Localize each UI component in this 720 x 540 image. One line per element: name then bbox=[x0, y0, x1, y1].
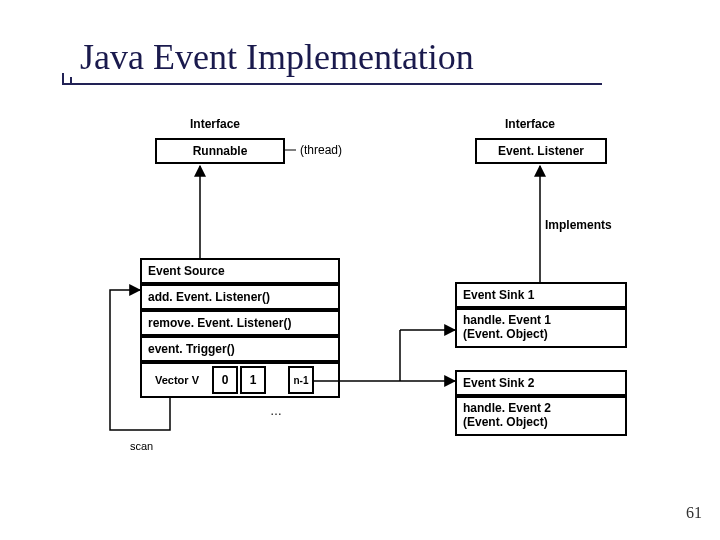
page-number: 61 bbox=[686, 504, 702, 522]
title-tick bbox=[62, 73, 64, 85]
event-listener-box: Event. Listener bbox=[475, 138, 607, 164]
add-event-listener-row: add. Event. Listener() bbox=[140, 284, 340, 310]
slide-title: Java Event Implementation bbox=[80, 36, 474, 82]
scan-label: scan bbox=[130, 440, 153, 452]
thread-label: (thread) bbox=[300, 143, 342, 157]
remove-event-listener-row: remove. Event. Listener() bbox=[140, 310, 340, 336]
event-trigger-row: event. Trigger() bbox=[140, 336, 340, 362]
vector-cell-0: 0 bbox=[212, 366, 238, 394]
handle-event-1-line2: (Event. Object) bbox=[463, 328, 548, 342]
implements-label: Implements bbox=[545, 218, 612, 232]
vector-cell-1: 1 bbox=[240, 366, 266, 394]
runnable-box: Runnable bbox=[155, 138, 285, 164]
event-sink-1-header: Event Sink 1 bbox=[455, 282, 627, 308]
vector-label: Vector V bbox=[142, 364, 212, 396]
interface-left-label: Interface bbox=[190, 117, 240, 131]
vector-cell-n: n-1 bbox=[288, 366, 314, 394]
vector-ellipsis: … bbox=[270, 404, 282, 418]
title-tick bbox=[70, 77, 72, 85]
interface-right-label: Interface bbox=[505, 117, 555, 131]
handle-event-2-line1: handle. Event 2 bbox=[463, 402, 551, 416]
handle-event-1-row: handle. Event 1 (Event. Object) bbox=[455, 308, 627, 348]
event-sink-2-header: Event Sink 2 bbox=[455, 370, 627, 396]
handle-event-1-line1: handle. Event 1 bbox=[463, 314, 551, 328]
handle-event-2-row: handle. Event 2 (Event. Object) bbox=[455, 396, 627, 436]
handle-event-2-line2: (Event. Object) bbox=[463, 416, 548, 430]
event-source-header: Event Source bbox=[140, 258, 340, 284]
title-underline bbox=[62, 83, 602, 85]
